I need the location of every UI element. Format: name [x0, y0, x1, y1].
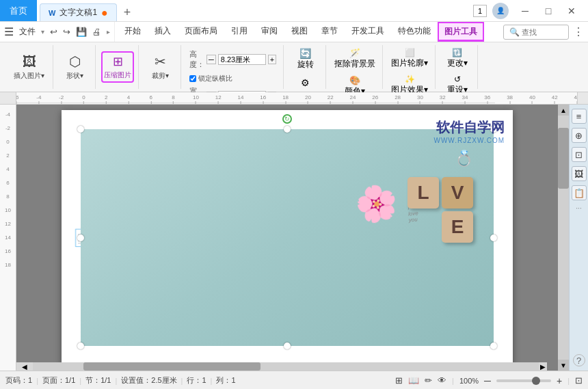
search-box[interactable]: 🔍: [503, 25, 569, 40]
compress-btns: ⊞ 压缩图片: [101, 46, 134, 88]
insert-image-button[interactable]: 🖼 插入图片▾: [10, 52, 49, 83]
panel-crop-icon[interactable]: ⊡: [572, 147, 587, 162]
zoom-minus[interactable]: ─: [484, 375, 491, 386]
panel-copy-icon[interactable]: 📋: [572, 185, 587, 200]
effects-group: ⬜ 图片轮廓▾ ✨ 图片效果▾: [384, 45, 436, 89]
reset-icon: ↺: [454, 75, 461, 84]
panel-zoom-icon[interactable]: ⊕: [572, 128, 587, 143]
search-icon: 🔍: [509, 27, 520, 37]
handle-mid-right[interactable]: [490, 234, 497, 241]
zoom-plus[interactable]: +: [557, 375, 562, 386]
user-avatar[interactable]: 👤: [492, 3, 509, 19]
hscroll-thumb[interactable]: [83, 362, 260, 371]
right-side-panel: ≡ ⊕ ⊡ 🖼 📋 ··· ?: [569, 105, 588, 371]
menu-dropdown-icon[interactable]: ▾: [41, 28, 44, 36]
compress-image-button[interactable]: ⊞ 压缩图片: [101, 51, 134, 83]
handle-bottom-mid[interactable]: [284, 343, 291, 349]
layout-edit-icon[interactable]: ✏: [425, 375, 432, 386]
tab-view[interactable]: 视图: [284, 22, 315, 42]
document-tab[interactable]: W 文字文稿1 ●: [40, 3, 117, 21]
tab-special[interactable]: 特色功能: [391, 22, 438, 42]
vscroll-up-arrow[interactable]: ▲: [558, 105, 569, 116]
crop-label: 裁剪▾: [152, 71, 169, 81]
home-button[interactable]: 首页: [0, 0, 37, 21]
vruler-marks: -4-2024681012141618: [0, 105, 16, 276]
search-input[interactable]: [522, 28, 563, 36]
handle-bottom-left[interactable]: [77, 343, 84, 349]
vscroll-thumb[interactable]: [558, 128, 569, 189]
change-button[interactable]: 🔃 更改▾: [444, 46, 470, 70]
handle-top-mid[interactable]: [284, 126, 291, 133]
crop-btns: ✂ 裁剪▾: [146, 46, 176, 88]
hscroll-left-arrow[interactable]: ◀: [16, 362, 33, 371]
layout-read-icon[interactable]: 📖: [408, 375, 419, 386]
status-sep2: |: [79, 377, 81, 385]
vertical-scrollbar[interactable]: ▲ ▼: [558, 105, 569, 371]
tab-review[interactable]: 审阅: [254, 22, 284, 42]
ruler-numbers: -6 -4 -2 0 2 4 6 8 10 12 14 16 18 20: [16, 92, 577, 104]
maximize-button[interactable]: □: [537, 3, 559, 18]
tab-devtools[interactable]: 开发工具: [345, 22, 391, 42]
file-menu[interactable]: 文件: [19, 26, 36, 38]
menu-icon[interactable]: ☰: [4, 25, 14, 38]
fit-page-icon[interactable]: ⊡: [575, 375, 583, 386]
redo-icon[interactable]: ↪: [63, 27, 70, 37]
hscroll-right-arrow[interactable]: ▶: [539, 362, 547, 371]
rotate-handle[interactable]: ↻: [282, 114, 292, 124]
change-reset-group: 🔃 更改▾ ↺ 重设▾: [437, 45, 478, 89]
shape-button[interactable]: ⬡ 形状▾: [60, 51, 90, 83]
tab-chapter[interactable]: 章节: [315, 22, 345, 42]
compress-group: ⊞ 压缩图片: [97, 45, 139, 89]
layout-normal-icon[interactable]: ⊞: [395, 375, 403, 386]
height-label: 高度：: [189, 49, 204, 70]
zoom-slider[interactable]: [496, 379, 551, 382]
watermark-line1: 软件自学网: [433, 118, 505, 137]
handle-top-left[interactable]: [77, 126, 84, 133]
more-icon[interactable]: ▸: [107, 28, 110, 36]
adjust-icon-btn[interactable]: ⚙: [298, 76, 312, 90]
block-E: E: [442, 211, 473, 243]
horizontal-scrollbar[interactable]: [33, 362, 539, 371]
tab-pagelayout[interactable]: 页面布局: [178, 22, 224, 42]
more-options-icon[interactable]: ⋮: [569, 25, 588, 38]
status-sep4: |: [181, 377, 183, 385]
image-contour-button[interactable]: ⬜ 图片轮廓▾: [388, 46, 431, 70]
tab-modified-dot: ●: [101, 8, 108, 18]
selected-image[interactable]: ↻ 🌸 💍: [81, 129, 494, 346]
remove-bg-button[interactable]: 🪄 抠除背景景: [332, 46, 378, 71]
height-minus[interactable]: ─: [206, 55, 216, 64]
status-sep6: |: [567, 377, 570, 385]
tab-add-button[interactable]: +: [117, 3, 138, 21]
crop-button[interactable]: ✂ 裁剪▾: [146, 51, 176, 83]
rotate-button[interactable]: 🔄 旋转: [295, 46, 317, 72]
watermark: 软件自学网 WWW.RJZXW.COM: [433, 118, 505, 144]
minimize-button[interactable]: ─: [514, 3, 536, 18]
status-page: 页码：1: [5, 375, 32, 386]
handle-bottom-right[interactable]: [490, 343, 497, 349]
height-plus[interactable]: +: [268, 55, 276, 64]
height-input[interactable]: [218, 54, 266, 65]
panel-image-icon[interactable]: 🖼: [572, 166, 587, 181]
change-icon: 🔃: [452, 48, 462, 57]
document-canvas[interactable]: 软件自学网 WWW.RJZXW.COM 📄 ↻: [16, 105, 558, 371]
panel-layout-icon[interactable]: ≡: [572, 109, 587, 124]
tab-reference[interactable]: 引用: [224, 22, 254, 42]
vscroll-down-arrow[interactable]: ▼: [558, 360, 569, 371]
rotate-label: 旋转: [297, 59, 314, 70]
help-icon[interactable]: ?: [573, 354, 585, 366]
handle-mid-left[interactable]: [77, 234, 84, 241]
panel-more-icon[interactable]: ···: [576, 204, 581, 212]
layout-focus-icon[interactable]: 👁: [438, 375, 446, 386]
close-button[interactable]: ✕: [561, 3, 583, 18]
change-label: 更改▾: [447, 57, 468, 69]
bg-btns: 🪄 抠除背景景 🎨 颜色▾: [332, 46, 378, 98]
save-icon[interactable]: 💾: [76, 27, 87, 37]
lock-ratio-checkbox[interactable]: [189, 75, 196, 82]
tab-insert[interactable]: 插入: [148, 22, 178, 42]
print-icon[interactable]: 🖨: [92, 27, 101, 37]
zoom-thumb[interactable]: [532, 377, 540, 385]
tab-start[interactable]: 开始: [118, 22, 148, 42]
tab-imagetools[interactable]: 图片工具: [438, 22, 484, 42]
undo-icon[interactable]: ↩: [50, 27, 57, 37]
compress-label: 压缩图片: [104, 70, 131, 80]
